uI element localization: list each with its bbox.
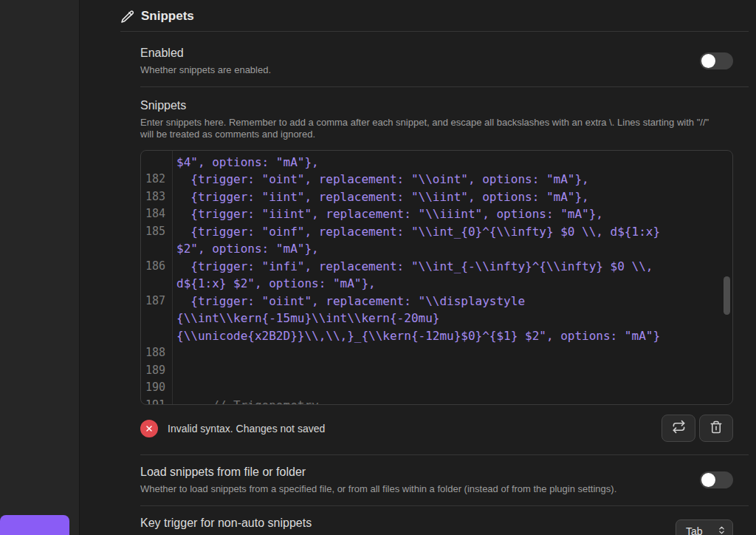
error-x-icon	[140, 420, 158, 437]
pencil-icon	[120, 10, 134, 24]
snippets-head: Snippets Enter snippets here. Remember t…	[140, 98, 749, 141]
setting-desc: Enter snippets here. Remember to add a c…	[140, 117, 712, 141]
setting-name: Snippets	[140, 98, 733, 112]
setting-name: Enabled	[140, 46, 271, 60]
code-line[interactable]	[176, 379, 732, 397]
load-from-file-toggle[interactable]	[700, 471, 733, 488]
setting-desc: Whether to load snippets from a specifie…	[140, 483, 616, 496]
line-number: 187	[141, 293, 165, 310]
code-line[interactable]	[176, 362, 732, 380]
line-number	[141, 154, 165, 171]
sidebar-accent-button[interactable]	[0, 515, 69, 535]
error-status: Invalid syntax. Changes not saved	[140, 420, 325, 437]
toggle-knob	[701, 54, 715, 68]
settings-pane: Snippets Enabled Whether snippets are en…	[80, 0, 756, 535]
editor-gutter: 182183184185186187188189190191	[141, 151, 173, 404]
key-trigger-dropdown[interactable]: Tab	[676, 519, 733, 535]
code-line[interactable]: {\\unicode{x2B2D}}\\,\\,}_{\\kern{-12mu}…	[176, 327, 732, 345]
code-line[interactable]: {trigger: "iint", replacement: "\\iint",…	[176, 188, 732, 206]
code-line[interactable]: {trigger: "oint", replacement: "\\oint",…	[176, 171, 732, 188]
code-line[interactable]: $2", options: "mA"},	[176, 240, 732, 258]
page-title: Snippets	[141, 9, 194, 24]
line-number: 186	[141, 258, 165, 276]
repeat-icon	[672, 420, 686, 437]
toggle-knob	[701, 473, 715, 487]
code-line[interactable]: d${1:x} $2", options: "mA"},	[176, 275, 732, 293]
code-line[interactable]: {trigger: "infi", replacement: "\\int_{-…	[176, 258, 732, 276]
setting-name: Load snippets from file or folder	[140, 465, 616, 479]
setting-load-from-file: Load snippets from file or folder Whethe…	[140, 455, 749, 507]
setting-load-info: Load snippets from file or folder Whethe…	[140, 465, 616, 496]
line-number: 183	[141, 188, 165, 206]
delete-snippets-button[interactable]	[699, 415, 733, 442]
code-line[interactable]: {trigger: "oinf", replacement: "\\int_{0…	[176, 223, 732, 241]
setting-desc: Whether snippets are enabled.	[140, 64, 271, 77]
page-header: Snippets	[120, 0, 749, 32]
line-number: 190	[141, 379, 165, 397]
code-line[interactable]: // Trigonometry	[176, 397, 732, 404]
editor-scrollbar-thumb[interactable]	[724, 276, 730, 315]
editor-code[interactable]: $4", options: "mA"}, {trigger: "oint", r…	[173, 151, 732, 404]
code-line[interactable]: {trigger: "oiint", replacement: "\\displ…	[176, 293, 732, 310]
code-line[interactable]: {trigger: "iiint", replacement: "\\iiint…	[176, 205, 732, 223]
line-number: 189	[141, 362, 165, 380]
snippets-editor[interactable]: 182183184185186187188189190191 $4", opti…	[140, 150, 733, 405]
line-number: 182	[141, 171, 165, 188]
setting-key-trigger: Key trigger for non-auto snippets What k…	[140, 506, 749, 535]
code-line[interactable]: {\\int\\kern{-15mu}\\int\\kern{-20mu}	[176, 310, 732, 327]
error-message: Invalid syntax. Changes not saved	[168, 423, 325, 435]
line-number	[141, 275, 165, 293]
reset-snippets-button[interactable]	[662, 415, 695, 442]
code-line[interactable]	[176, 344, 732, 362]
sidebar	[0, 0, 80, 535]
setting-enabled-info: Enabled Whether snippets are enabled.	[140, 46, 271, 77]
line-number	[141, 240, 165, 258]
line-number: 185	[141, 223, 165, 241]
trash-icon	[709, 420, 723, 437]
dropdown-value: Tab	[686, 525, 703, 535]
setting-key-trigger-info: Key trigger for non-auto snippets What k…	[140, 516, 343, 535]
line-number: 191	[141, 397, 165, 405]
setting-enabled: Enabled Whether snippets are enabled.	[140, 32, 749, 87]
code-line[interactable]: $4", options: "mA"},	[176, 154, 732, 171]
line-number: 184	[141, 205, 165, 223]
settings-content: Enabled Whether snippets are enabled. Sn…	[140, 32, 749, 535]
line-number	[141, 310, 165, 327]
snippet-actions	[662, 415, 733, 442]
chevrons-up-down-icon	[717, 525, 726, 535]
line-number	[141, 327, 165, 345]
line-number: 188	[141, 344, 165, 362]
snippets-status-row: Invalid syntax. Changes not saved	[140, 413, 733, 444]
setting-snippets: Snippets Enter snippets here. Remember t…	[140, 87, 749, 455]
enabled-toggle[interactable]	[700, 52, 733, 69]
setting-name: Key trigger for non-auto snippets	[140, 516, 343, 530]
